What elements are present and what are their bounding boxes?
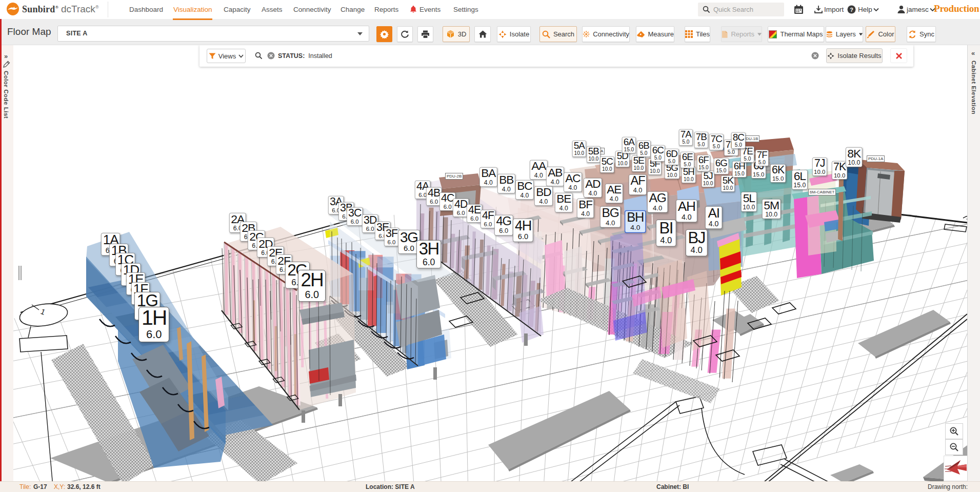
- svg-text:?: ?: [850, 7, 853, 13]
